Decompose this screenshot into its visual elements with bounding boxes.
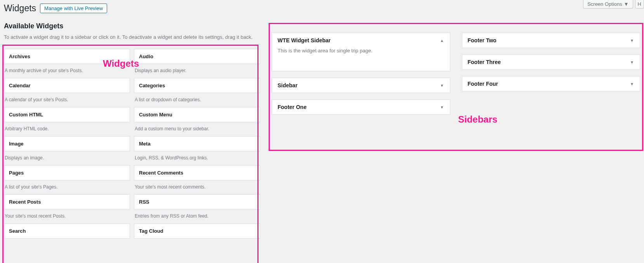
instruction-text: To activate a widget drag it to a sideba… — [4, 33, 260, 41]
widget-image[interactable]: Image — [4, 136, 130, 151]
sidebar-title: Footer Two — [468, 37, 496, 43]
widget-cell: Custom HTML Arbitrary HTML code. — [4, 107, 130, 136]
chevron-up-icon: ▲ — [440, 38, 444, 43]
sidebar-column-left: WTE Widget Sidebar ▲ This is the widget … — [272, 33, 450, 239]
widget-desc: Arbitrary HTML code. — [4, 122, 130, 136]
sidebar-box-footer-three: Footer Three ▼ — [462, 54, 641, 70]
sidebar-areas-column: Sidebars WTE Widget Sidebar ▲ This is th… — [272, 23, 640, 239]
widget-tag-cloud[interactable]: Tag Cloud — [134, 223, 260, 239]
widget-rss[interactable]: RSS — [134, 194, 260, 209]
widget-categories[interactable]: Categories — [134, 78, 260, 93]
widget-meta[interactable]: Meta — [134, 136, 260, 151]
widget-cell: RSS Entries from any RSS or Atom feed. — [134, 194, 260, 223]
available-widgets-column: Widgets Available Widgets To activate a … — [4, 14, 260, 239]
widget-desc: Your site's most recent comments. — [134, 180, 260, 194]
widget-custom-html[interactable]: Custom HTML — [4, 107, 130, 122]
widget-cell: Recent Posts Your site's most recent Pos… — [4, 194, 130, 223]
chevron-down-icon: ▼ — [624, 1, 629, 7]
available-widgets-heading: Available Widgets — [4, 22, 260, 30]
chevron-down-icon: ▼ — [630, 60, 634, 64]
sidebar-title: Footer One — [278, 104, 307, 110]
widget-recent-comments[interactable]: Recent Comments — [134, 165, 260, 180]
sidebar-body: This is the widget area for single trip … — [272, 48, 450, 71]
widget-search[interactable]: Search — [4, 223, 130, 239]
sidebar-title: Footer Four — [468, 81, 498, 87]
widget-desc: Add a custom menu to your sidebar. — [134, 122, 260, 136]
help-label: H — [638, 1, 641, 7]
widget-cell: Search — [4, 223, 130, 239]
widgets-grid: Archives A monthly archive of your site'… — [4, 49, 260, 239]
sidebar-title: Sidebar — [278, 82, 297, 88]
manage-live-preview-button[interactable]: Manage with Live Preview — [40, 3, 107, 13]
sidebar-header[interactable]: Sidebar ▼ — [272, 78, 450, 93]
page-title: Widgets — [4, 3, 36, 14]
widget-cell: Tag Cloud — [134, 223, 260, 239]
widget-desc: A calendar of your site's Posts. — [4, 93, 130, 107]
sidebar-box-wte: WTE Widget Sidebar ▲ This is the widget … — [272, 33, 450, 71]
widget-cell: Image Displays an image. — [4, 136, 130, 165]
widget-cell: Custom Menu Add a custom menu to your si… — [134, 107, 260, 136]
widget-pages[interactable]: Pages — [4, 165, 130, 180]
sidebar-box-sidebar: Sidebar ▼ — [272, 78, 450, 93]
widget-cell: Calendar A calendar of your site's Posts… — [4, 78, 130, 107]
chevron-down-icon: ▼ — [440, 105, 444, 109]
widget-desc: A list or dropdown of categories. — [134, 93, 260, 107]
sidebar-title: WTE Widget Sidebar — [278, 37, 331, 43]
widget-desc: Entries from any RSS or Atom feed. — [134, 209, 260, 223]
widget-desc: Login, RSS, & WordPress.org links. — [134, 151, 260, 165]
screen-options-button[interactable]: Screen Options ▼ — [583, 0, 633, 9]
annotation-label-sidebars: Sidebars — [458, 114, 497, 125]
chevron-down-icon: ▼ — [440, 83, 444, 88]
screen-options-label: Screen Options — [587, 1, 622, 7]
sidebar-header[interactable]: Footer One ▼ — [272, 100, 450, 114]
sidebar-header[interactable]: WTE Widget Sidebar ▲ — [272, 33, 450, 48]
chevron-down-icon: ▼ — [630, 38, 634, 43]
widget-desc: Displays an image. — [4, 151, 130, 165]
widget-desc: A list of your site's Pages. — [4, 180, 130, 194]
widget-calendar[interactable]: Calendar — [4, 78, 130, 93]
sidebar-title: Footer Three — [468, 59, 501, 65]
widget-recent-posts[interactable]: Recent Posts — [4, 194, 130, 209]
widget-custom-menu[interactable]: Custom Menu — [134, 107, 260, 122]
widget-cell: Recent Comments Your site's most recent … — [134, 165, 260, 194]
widget-cell: Audio Displays an audio player. — [134, 49, 260, 78]
sidebar-header[interactable]: Footer Two ▼ — [462, 33, 640, 48]
sidebar-box-footer-two: Footer Two ▼ — [462, 33, 641, 48]
sidebar-box-footer-four: Footer Four ▼ — [462, 76, 641, 92]
widget-cell: Categories A list or dropdown of categor… — [134, 78, 260, 107]
widget-desc: Your site's most recent Posts. — [4, 209, 130, 223]
sidebar-column-right: Footer Two ▼ Footer Three ▼ Footer Four … — [462, 33, 641, 239]
chevron-down-icon: ▼ — [630, 82, 634, 86]
widget-audio[interactable]: Audio — [134, 49, 260, 64]
sidebar-box-footer-one: Footer One ▼ — [272, 99, 450, 115]
topbar: Screen Options ▼ H — [583, 0, 644, 9]
sidebar-header[interactable]: Footer Four ▼ — [462, 76, 640, 91]
widget-cell: Pages A list of your site's Pages. — [4, 165, 130, 194]
annotation-label-widgets: Widgets — [103, 58, 139, 69]
widget-desc: Displays an audio player. — [134, 64, 260, 78]
content-area: Widgets Available Widgets To activate a … — [0, 14, 644, 239]
help-button[interactable]: H — [635, 0, 644, 9]
widget-cell: Meta Login, RSS, & WordPress.org links. — [134, 136, 260, 165]
page-header: Widgets Manage with Live Preview — [0, 0, 644, 14]
sidebar-header[interactable]: Footer Three ▼ — [462, 55, 640, 69]
